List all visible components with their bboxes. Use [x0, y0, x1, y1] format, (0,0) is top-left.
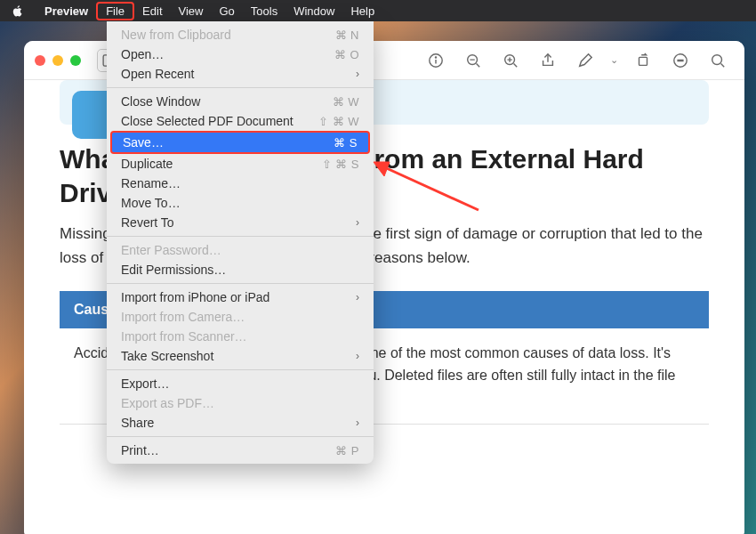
close-window-button[interactable] [35, 55, 45, 66]
menu-file[interactable]: File [96, 2, 134, 20]
menu-go[interactable]: Go [211, 2, 242, 20]
menu-separator [107, 436, 374, 437]
svg-point-4 [435, 56, 436, 57]
menu-item-label: Share [121, 416, 356, 430]
menu-item-shortcut: ⌘ O [334, 48, 359, 61]
menu-separator [107, 283, 374, 284]
rotate-icon[interactable] [631, 49, 655, 72]
menu-item-shortcut: ⌘ P [335, 444, 359, 457]
menu-item-export[interactable]: Export… [107, 374, 374, 393]
menu-item-shortcut: ⇧ ⌘ W [318, 115, 359, 128]
menu-item-take-screenshot[interactable]: Take Screenshot› [107, 346, 374, 366]
svg-line-15 [721, 63, 725, 67]
menu-item-shortcut: ⌘ W [333, 95, 359, 109]
app-name[interactable]: Preview [36, 2, 96, 20]
menu-item-export-as-pdf: Export as PDF… [107, 393, 374, 413]
menu-item-label: Open… [121, 47, 334, 61]
menu-item-close-selected-pdf-document[interactable]: Close Selected PDF Document⇧ ⌘ W [107, 111, 374, 131]
menu-item-label: Save… [123, 135, 334, 150]
chevron-right-icon: › [356, 417, 359, 429]
highlight-icon[interactable] [668, 49, 693, 72]
menu-window[interactable]: Window [286, 2, 342, 20]
chevron-right-icon: › [356, 216, 359, 229]
menu-item-import-from-camera: Import from Camera… [107, 307, 374, 327]
search-icon[interactable] [705, 49, 730, 72]
menu-item-label: Export… [121, 376, 359, 391]
menu-item-save[interactable]: Save…⌘ S [110, 131, 370, 154]
menu-item-import-from-iphone-or-ipad[interactable]: Import from iPhone or iPad› [107, 287, 374, 307]
menu-item-revert-to[interactable]: Revert To› [107, 213, 374, 232]
svg-line-9 [514, 63, 518, 67]
chevron-right-icon: › [356, 291, 359, 303]
menu-item-label: Edit Permissions… [121, 263, 359, 277]
menu-separator [107, 87, 374, 88]
apple-logo-icon[interactable] [11, 4, 24, 18]
menu-item-shortcut: ⌘ N [335, 28, 360, 42]
menu-item-label: Revert To [121, 215, 356, 230]
menu-item-open[interactable]: Open…⌘ O [107, 44, 374, 64]
menu-separator [107, 236, 374, 237]
svg-rect-12 [639, 57, 647, 65]
menu-item-close-window[interactable]: Close Window⌘ W [107, 92, 374, 111]
menu-item-new-from-clipboard: New from Clipboard⌘ N [107, 25, 374, 44]
chevron-right-icon: › [356, 68, 359, 80]
zoom-in-icon[interactable] [498, 49, 523, 72]
menu-item-label: New from Clipboard [121, 28, 335, 42]
svg-line-6 [477, 63, 480, 67]
menu-item-label: Duplicate [121, 157, 322, 171]
markup-chevron-icon[interactable]: ⌄ [610, 54, 618, 66]
menu-item-label: Move To… [121, 196, 359, 210]
menu-item-duplicate[interactable]: Duplicate⇧ ⌘ S [107, 154, 374, 174]
menu-edit[interactable]: Edit [134, 2, 170, 20]
menu-item-enter-password: Enter Password… [107, 240, 374, 260]
menu-item-label: Enter Password… [121, 243, 359, 257]
fullscreen-window-button[interactable] [70, 55, 81, 66]
menu-view[interactable]: View [171, 2, 212, 20]
menu-item-label: Import from Camera… [121, 310, 359, 324]
minimize-window-button[interactable] [52, 55, 63, 66]
menu-item-edit-permissions[interactable]: Edit Permissions… [107, 260, 374, 279]
menu-help[interactable]: Help [342, 2, 382, 20]
menu-item-label: Open Recent [121, 67, 356, 81]
share-icon[interactable] [535, 49, 560, 72]
menu-item-label: Import from Scanner… [121, 329, 359, 344]
traffic-lights [35, 55, 81, 66]
menu-item-shortcut: ⌘ S [334, 136, 358, 150]
menu-item-open-recent[interactable]: Open Recent› [107, 64, 374, 84]
menu-item-label: Print… [121, 443, 335, 457]
menu-item-import-from-scanner: Import from Scanner… [107, 327, 374, 346]
menu-separator [107, 369, 374, 370]
menu-item-label: Export as PDF… [121, 396, 359, 410]
menu-item-print[interactable]: Print…⌘ P [107, 441, 374, 460]
chevron-right-icon: › [356, 350, 359, 362]
menu-item-label: Rename… [121, 176, 359, 190]
menu-item-share[interactable]: Share› [107, 413, 374, 433]
markup-pencil-icon[interactable] [573, 49, 598, 72]
svg-point-14 [712, 54, 722, 64]
menu-tools[interactable]: Tools [243, 2, 286, 20]
info-icon[interactable] [423, 49, 448, 72]
menu-item-label: Close Selected PDF Document [121, 114, 318, 128]
menu-item-label: Import from iPhone or iPad [121, 290, 356, 304]
menu-item-move-to[interactable]: Move To… [107, 193, 374, 213]
file-menu-dropdown: New from Clipboard⌘ NOpen…⌘ OOpen Recent… [107, 21, 374, 464]
menu-item-shortcut: ⇧ ⌘ S [322, 158, 359, 171]
system-menubar: Preview File Edit View Go Tools Window H… [0, 0, 756, 21]
menu-item-label: Close Window [121, 94, 333, 109]
menu-item-rename[interactable]: Rename… [107, 174, 374, 193]
menu-item-label: Take Screenshot [121, 349, 356, 363]
zoom-out-icon[interactable] [461, 49, 486, 72]
